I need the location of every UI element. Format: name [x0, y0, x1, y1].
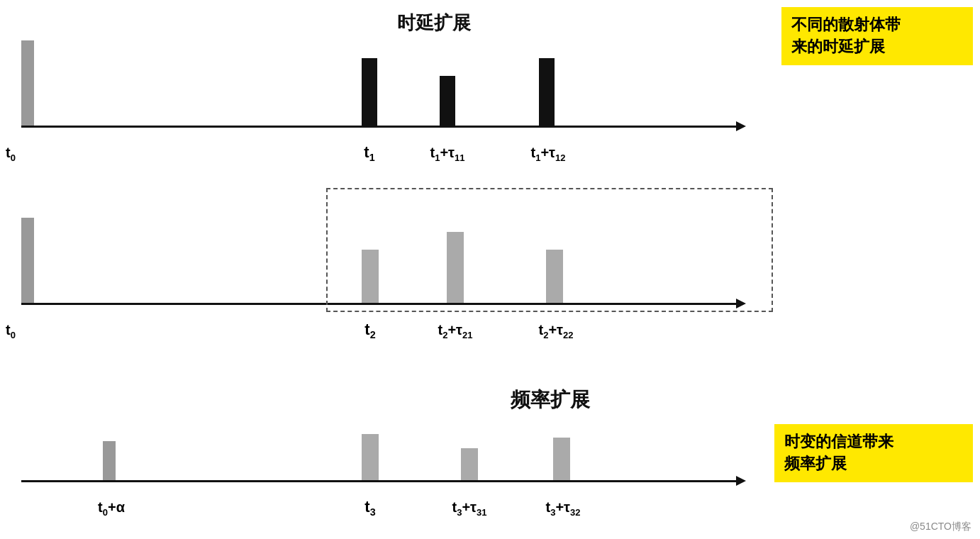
top-pulse-t1 [362, 58, 377, 126]
bot-t3-tau31-label: t3+τ31 [452, 499, 487, 518]
top-t0-label: t0 [6, 145, 16, 163]
top-t1-tau11-label: t1+τ11 [430, 145, 465, 163]
bot-t3-tau32-label: t3+τ32 [546, 499, 581, 518]
top-pulse-t1-tau12 [539, 58, 555, 126]
top-pulse-t1-tau11 [440, 76, 455, 126]
top-t1-tau12-label: t1+τ12 [531, 145, 566, 163]
watermark: @51CTO博客 [910, 521, 971, 533]
mid-pulse-t2-tau21 [447, 232, 464, 303]
diagram-top: 时延扩展 t0 t1 t1+τ11 t1+τ12 [0, 7, 780, 170]
bot-pulse-t3-tau32 [553, 438, 570, 480]
mid-start-bar [21, 218, 34, 303]
diagram-bottom: t0+α t3 t3+τ31 t3+τ32 [0, 369, 780, 525]
top-title: 时延扩展 [397, 11, 471, 35]
bot-t0-alpha-label: t0+α [98, 499, 125, 518]
mid-t2-tau21-label: t2+τ21 [438, 322, 473, 340]
bot-pulse-t3-tau31 [461, 448, 478, 480]
bot-timeline [21, 480, 737, 482]
yellow-box-top: 不同的散射体带来的时延扩展 [781, 7, 973, 65]
mid-pulse-t2 [362, 250, 379, 303]
yellow-box-bottom: 时变的信道带来频率扩展 [774, 424, 973, 482]
main-container: 时延扩展 t0 t1 t1+τ11 t1+τ12 [0, 0, 980, 539]
top-start-bar [21, 40, 34, 126]
top-t1-label: t1 [364, 143, 374, 163]
mid-t2-label: t2 [364, 321, 375, 340]
diagram-middle: t0 t2 t2+τ21 t2+τ22 [0, 184, 780, 348]
mid-pulse-t2-tau22 [546, 250, 563, 303]
bot-t3-label: t3 [364, 498, 375, 518]
bot-start-bar [103, 441, 116, 480]
bot-pulse-t3 [362, 434, 379, 480]
mid-t2-tau22-label: t2+τ22 [539, 322, 574, 340]
mid-t0-label: t0 [6, 322, 16, 340]
top-timeline [21, 126, 737, 128]
